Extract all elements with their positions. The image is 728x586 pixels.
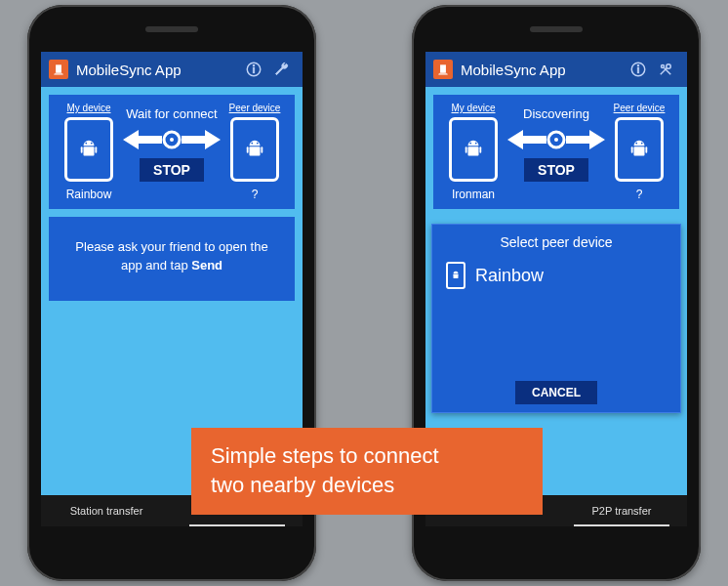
stop-button[interactable]: STOP [140,158,204,182]
app-title: MobileSync App [76,62,182,78]
instruction-text: Please ask your friend to open the app a… [75,239,267,272]
svg-point-14 [251,143,253,145]
svg-point-10 [170,138,174,142]
tab-p2p-transfer[interactable]: P2P transfer [556,495,687,526]
cancel-button[interactable]: CANCEL [515,381,597,404]
svg-rect-6 [95,146,97,152]
info-icon[interactable] [240,56,267,83]
connection-status: Wait for connect [126,106,217,121]
phone-speaker [145,26,198,32]
svg-rect-21 [468,146,479,155]
svg-rect-17 [637,68,639,73]
device-mini-icon [446,262,465,289]
my-device-name: Rainbow [66,188,112,201]
stop-button[interactable]: STOP [524,158,588,182]
svg-rect-2 [253,65,255,67]
svg-rect-28 [634,146,645,155]
svg-rect-1 [253,68,255,73]
svg-point-32 [641,143,643,145]
svg-point-7 [85,143,87,145]
peer-device-column: Peer device ? [607,103,671,201]
connect-panel: My device Rainbow Wait for connect [49,95,295,209]
caption-line-2: two nearby devices [211,471,523,500]
svg-rect-12 [247,146,249,152]
peer-device-label[interactable]: Peer device [229,103,281,113]
svg-rect-22 [465,146,467,152]
svg-rect-33 [454,274,459,278]
tools-icon[interactable] [652,56,679,83]
info-icon[interactable] [625,56,652,83]
peer-device-option-label: Rainbow [475,266,544,286]
peer-device-name: ? [252,188,259,201]
sync-arrows-icon [123,127,221,152]
app-title: MobileSync App [461,62,566,78]
caption-line-1: Simple steps to connect [211,441,523,471]
app-bar: MobileSync App [425,52,687,87]
my-device-label[interactable]: My device [66,103,110,113]
my-device-column: My device Ironman [441,103,506,201]
my-device-column: My device Rainbow [57,103,121,201]
svg-rect-18 [637,65,639,67]
my-device-name: Ironman [452,188,495,201]
my-device-icon [64,117,113,182]
svg-rect-4 [84,146,95,155]
phone-speaker [530,26,583,32]
app-bar: MobileSync App [41,52,303,87]
connection-status: Discovering [523,106,589,121]
svg-point-8 [91,143,93,145]
svg-point-19 [667,64,671,69]
svg-rect-5 [81,146,83,152]
svg-rect-30 [645,146,647,152]
wrench-icon[interactable] [267,56,295,83]
svg-rect-13 [261,146,263,152]
popup-title: Select peer device [432,230,680,258]
instruction-message: Please ask your friend to open the app a… [49,217,295,301]
app-logo-icon [49,60,68,79]
app-logo-icon [433,60,453,79]
peer-device-icon [615,117,664,182]
sync-arrows-icon [507,127,605,152]
peer-device-name: ? [636,188,643,201]
my-device-icon [449,117,498,182]
connect-panel: My device Ironman Discovering [433,95,679,209]
svg-rect-23 [479,146,481,152]
peer-device-label[interactable]: Peer device [614,103,666,113]
peer-device-column: Peer device ? [222,103,287,201]
my-device-label[interactable]: My device [451,103,495,113]
svg-rect-29 [631,146,633,152]
instruction-bold: Send [191,258,222,272]
peer-device-option[interactable]: Rainbow [432,258,680,293]
select-peer-popup: Select peer device Rainbow CANCEL [431,224,681,413]
promo-caption: Simple steps to connect two nearby devic… [191,428,543,515]
svg-point-24 [469,143,471,145]
svg-rect-11 [250,146,261,155]
tab-station-transfer[interactable]: Station transfer [41,495,172,526]
svg-point-20 [662,65,665,68]
svg-point-31 [635,143,637,145]
svg-point-27 [554,138,558,142]
svg-point-25 [475,143,477,145]
peer-device-icon [230,117,279,182]
svg-point-15 [257,143,259,145]
